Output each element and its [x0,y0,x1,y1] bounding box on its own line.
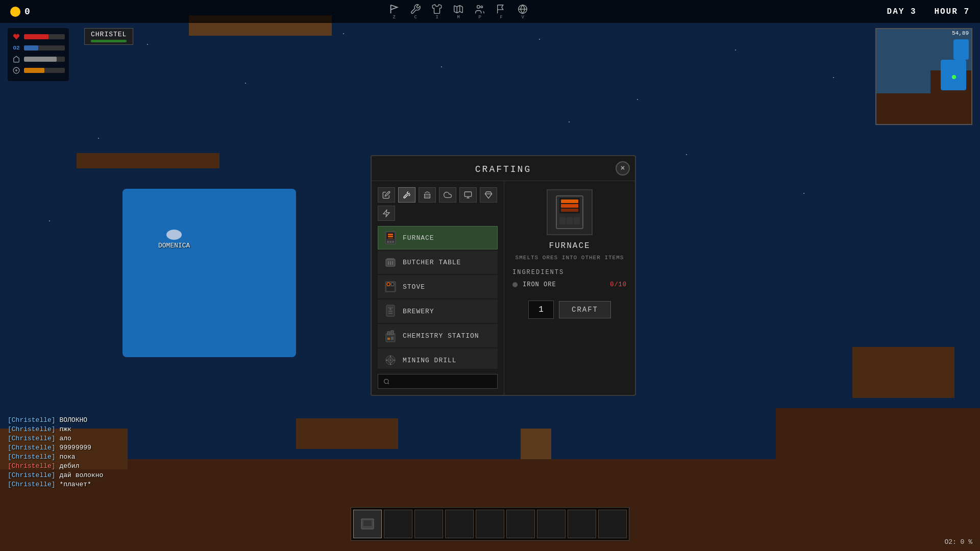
inv-slot-1[interactable] [384,510,412,538]
close-button[interactable]: × [616,161,630,176]
terrain-block-r [521,429,551,459]
tab-cloud[interactable] [439,187,456,203]
svg-rect-7 [388,236,393,237]
item-butcher[interactable]: BUTCHER TABLE [378,251,498,274]
item-list: FURNACE BUTCHER TABLE [378,226,498,369]
selected-item-desc: SMELTS ORES INTO OTHER ITEMS [516,255,624,261]
tab-building[interactable] [419,187,436,203]
item-mining-drill[interactable]: MINING DRILL [378,348,498,369]
player-badge: CHRISTEL [84,28,133,45]
mining-drill-label: MINING DRILL [403,357,457,364]
shirt-icon[interactable]: I [431,4,443,20]
svg-rect-43 [561,209,578,212]
tab-diamond[interactable] [480,187,497,203]
chat-msg-4: [Christelle] 99999999 [8,444,103,452]
item-furnace[interactable]: FURNACE [378,226,498,249]
tab-hammer[interactable] [398,187,415,203]
svg-rect-3 [464,192,471,196]
hunger-row [12,66,65,75]
brewery-icon [383,304,398,318]
svg-rect-30 [391,337,394,340]
chat-area: [Christelle] ВОЛОКНО [Christelle] пжк [C… [8,416,103,490]
inv-slot-7[interactable] [568,510,596,538]
inv-slot-6[interactable] [537,510,566,538]
stove-icon [383,280,398,294]
chat-msg-5: [Christelle] пока [8,453,103,461]
selected-item-title: FURNACE [549,241,590,251]
people-icon[interactable]: P [474,4,485,20]
inv-slot-2[interactable] [414,510,443,538]
ingredients-label: INGREDIENTS [512,269,564,276]
svg-rect-9 [387,241,389,243]
svg-point-25 [389,308,391,310]
chemistry-label: CHEMISTRY STATION [403,332,479,340]
chat-msg-8: [Christelle] *плачет* [8,481,103,488]
item-chemistry[interactable]: CHEMISTRY STATION [378,324,498,347]
inventory-bar [351,507,629,541]
globe-icon[interactable]: V [517,4,528,20]
top-hud: 0 Z C I M P F V DAY 3 [0,0,980,23]
water-area [122,189,296,357]
svg-rect-8 [388,238,393,239]
chemistry-icon [383,329,398,343]
svg-rect-44 [559,217,566,224]
player-name: CHRISTEL [91,31,127,38]
minimap: 54,89 [875,28,972,125]
craft-button[interactable]: CRAFT [559,301,611,318]
svg-rect-48 [363,520,372,526]
search-icon [383,378,390,385]
platform-left [77,153,219,168]
inv-slot-0[interactable] [353,510,382,538]
energy-row: O2 [12,43,65,53]
svg-rect-42 [561,204,578,208]
coin-icon [10,7,20,17]
flag-icon[interactable]: Z [388,4,400,20]
tab-lightning[interactable] [378,206,395,221]
modal-body: FURNACE BUTCHER TABLE [372,181,635,395]
tab-pencil[interactable] [378,187,395,203]
chat-msg-7: [Christelle] дай волокно [8,471,103,479]
svg-rect-41 [561,199,578,203]
svg-rect-6 [388,234,393,235]
svg-point-0 [477,5,480,8]
item-brewery[interactable]: BREWERY [378,299,498,323]
terrain-block-far-right [852,347,954,398]
hunger-icon [12,66,21,75]
status-bottom-right: O2: 0 % [944,538,972,546]
ingredient-count: 0/10 [610,281,627,288]
svg-point-1 [481,6,483,8]
inv-slot-5[interactable] [506,510,535,538]
inv-slot-4[interactable] [476,510,504,538]
energy-bar [24,45,65,51]
coin-count: 0 [24,7,30,17]
svg-rect-45 [567,217,573,224]
svg-point-33 [389,359,391,361]
ingredient-row-iron-ore: IRON ORE 0/10 [512,281,627,288]
inv-slot-8[interactable] [598,510,627,538]
modal-title: CRAFTING [372,156,635,181]
stove-label: STOVE [403,283,425,291]
brewery-label: BREWERY [403,308,434,315]
svg-rect-28 [391,331,394,335]
item-preview-box [547,189,593,235]
wrench-icon[interactable]: C [410,4,421,20]
player-health-bar [91,40,127,42]
inv-slot-3[interactable] [445,510,474,538]
stamina-bar [24,57,65,62]
map-icon[interactable]: M [453,4,464,20]
item-stove[interactable]: STOVE [378,275,498,298]
hud-time: DAY 3 HOUR 7 [887,7,970,16]
furnace-label: FURNACE [403,234,434,242]
svg-rect-18 [387,287,394,291]
svg-point-38 [384,379,388,383]
search-bar [378,374,498,389]
ingredient-dot [512,282,518,287]
furnace-icon [383,231,398,245]
svg-rect-46 [574,217,580,224]
svg-rect-11 [392,241,394,243]
tab-computer[interactable] [459,187,477,203]
craft-controls: 1 CRAFT [512,300,627,319]
player-world-label: DOMENICA [158,230,190,249]
search-input[interactable] [394,378,492,385]
faction-flag-icon[interactable]: F [496,4,507,20]
